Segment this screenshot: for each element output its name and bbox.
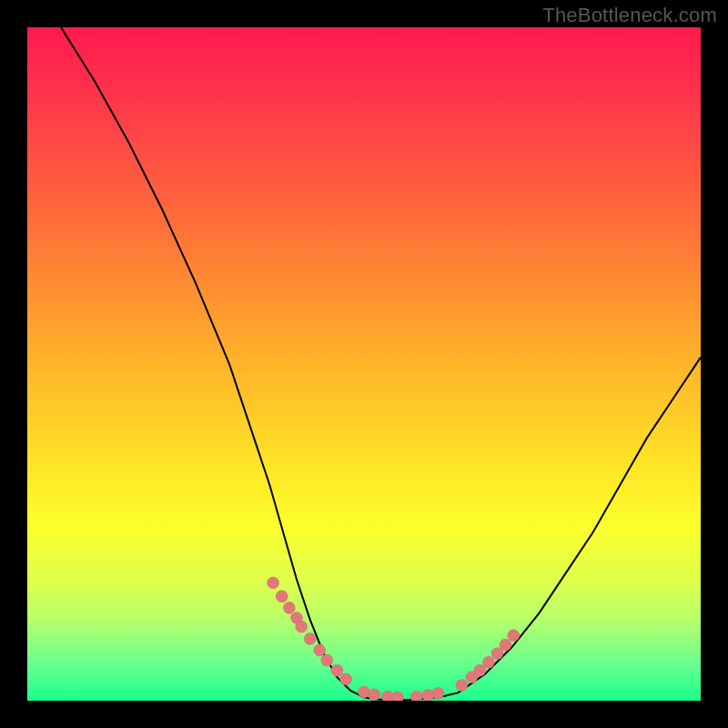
marker-dot [369, 689, 380, 701]
marker-dot [340, 673, 352, 685]
marker-dot [392, 692, 404, 701]
marker-dot [276, 591, 288, 602]
marker-group [268, 577, 520, 701]
marker-dot [500, 639, 511, 651]
marker-dot [432, 687, 444, 699]
marker-dot [321, 654, 333, 666]
marker-dot [456, 679, 468, 691]
marker-dot [304, 632, 316, 644]
marker-dot [422, 690, 434, 701]
marker-dot [268, 577, 279, 589]
marker-dot [296, 621, 308, 632]
marker-dot [508, 630, 520, 642]
chart-svg [27, 27, 701, 701]
marker-dot [314, 644, 326, 656]
bottleneck-curve [61, 27, 701, 700]
marker-dot [482, 656, 494, 668]
marker-dot [331, 664, 343, 676]
marker-dot [283, 602, 295, 613]
chart-plot-area [27, 27, 701, 701]
watermark-text: TheBottleneck.com [542, 4, 717, 27]
marker-dot [381, 691, 393, 701]
marker-dot [410, 691, 422, 701]
